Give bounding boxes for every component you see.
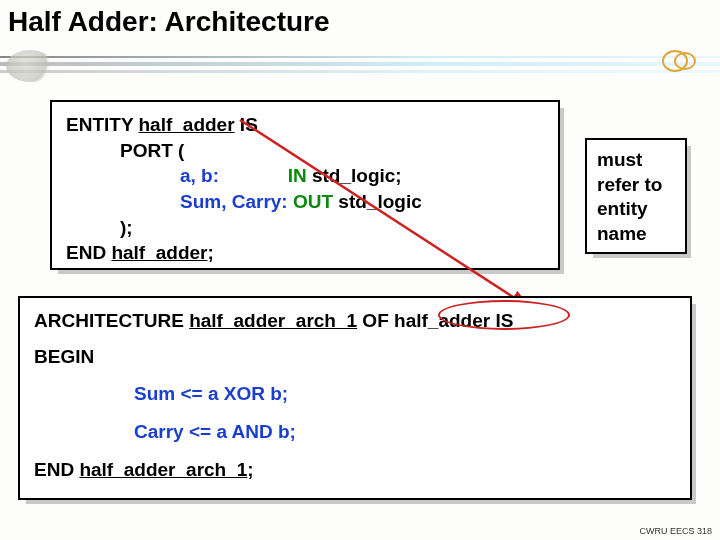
kw-is: IS [235, 114, 258, 135]
kw-end: END [66, 242, 111, 263]
port2-type: std_logic [333, 191, 422, 212]
port1-signals: a, b: [180, 165, 219, 186]
arch-end-line: END half_adder_arch_1; [34, 457, 676, 483]
footer-text: CWRU EECS 318 [639, 526, 712, 536]
kw-begin: BEGIN [34, 344, 676, 370]
entity-end-name: half_adder [111, 242, 207, 263]
statement-carry: Carry <= a AND b; [134, 419, 676, 445]
port-line-2: Sum, Carry: OUT std_logic [180, 189, 544, 215]
statement-sum: Sum <= a XOR b; [134, 381, 676, 407]
kw-architecture: ARCHITECTURE [34, 310, 189, 331]
end-semicolon-2: ; [247, 459, 253, 480]
kw-end-2: END [34, 459, 79, 480]
port2-signals: Sum, Carry: [180, 191, 288, 212]
kw-of: OF [357, 310, 394, 331]
entity-name: half_adder [139, 114, 235, 135]
port2-direction: OUT [288, 191, 333, 212]
entity-declaration-box: ENTITY half_adder IS PORT ( a, b: IN std… [50, 100, 560, 270]
architecture-body-box: ARCHITECTURE half_adder_arch_1 OF half_a… [18, 296, 692, 500]
port-close: ); [120, 215, 544, 241]
annotation-text: must refer to entity name [597, 149, 662, 244]
end-semicolon: ; [208, 242, 214, 263]
annotation-box: must refer to entity name [585, 138, 687, 254]
kw-is-2: IS [490, 310, 513, 331]
arch-header-line: ARCHITECTURE half_adder_arch_1 OF half_a… [34, 308, 676, 334]
port-line-1: a, b: IN std_logic; [180, 163, 544, 189]
decor-cloud-icon [6, 50, 54, 82]
port1-type: std_logic; [307, 165, 402, 186]
entity-end-line: END half_adder; [66, 240, 544, 266]
arch-entity-ref: half_adder [394, 310, 490, 331]
port-open: PORT ( [120, 138, 544, 164]
title-divider [0, 56, 720, 82]
kw-entity: ENTITY [66, 114, 139, 135]
entity-line-1: ENTITY half_adder IS [66, 112, 544, 138]
decor-rings-icon [662, 48, 702, 76]
port1-direction: IN [219, 165, 307, 186]
architecture-name: half_adder_arch_1 [189, 310, 357, 331]
page-title: Half Adder: Architecture [8, 6, 330, 38]
arch-end-name: half_adder_arch_1 [79, 459, 247, 480]
